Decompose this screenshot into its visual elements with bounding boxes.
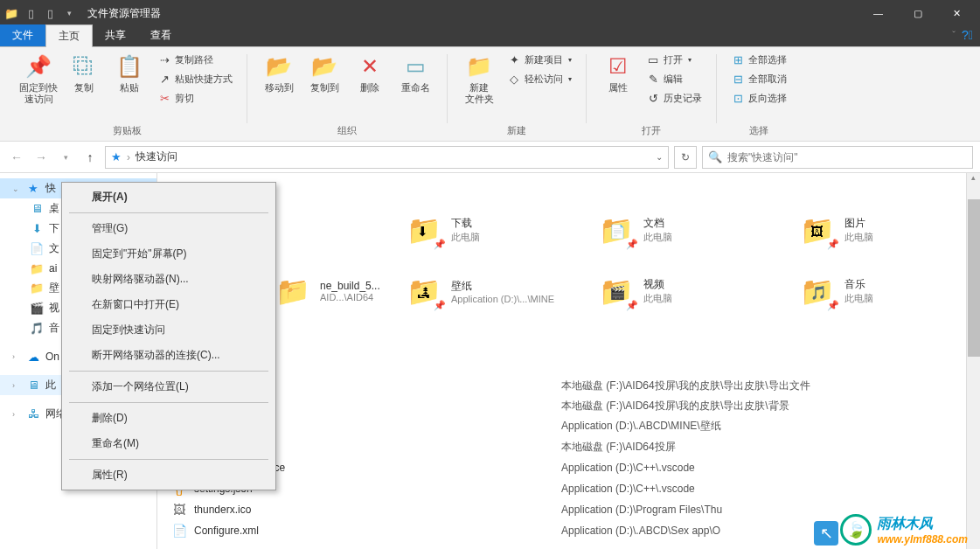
- ctx-expand[interactable]: 展开(A): [64, 184, 274, 210]
- file-row[interactable]: 📄2020-05-14.rslcd本地磁盘 (F:)\AID64投屏: [171, 436, 954, 457]
- folder-name: ne_build_5...: [320, 280, 380, 292]
- ctx-pin-qa[interactable]: 固定到快速访问: [64, 317, 274, 343]
- folder-item[interactable]: 📁🖼📌图片此电脑: [796, 208, 979, 252]
- folder-item[interactable]: 📁⬇📌下载此电脑: [402, 208, 586, 252]
- help-icon[interactable]: ?⃝: [962, 28, 973, 42]
- tab-file[interactable]: 文件: [0, 24, 45, 46]
- ctx-properties[interactable]: 属性(R): [64, 462, 274, 488]
- copy-button[interactable]: ⿻ 复制: [63, 51, 105, 95]
- moveto-button[interactable]: 📂移动到: [258, 51, 300, 95]
- new-item-button[interactable]: ✦新建项目▾: [504, 51, 575, 68]
- scrollbar[interactable]: ▴: [966, 173, 980, 549]
- ctx-new-window[interactable]: 在新窗口中打开(E): [64, 292, 274, 317]
- ctx-add-network[interactable]: 添加一个网络位置(L): [64, 374, 274, 400]
- properties-button[interactable]: ☑属性: [597, 51, 639, 95]
- group-new-label: 新建: [458, 124, 575, 141]
- select-all-button[interactable]: ⊞全部选择: [727, 51, 790, 68]
- recent-dropdown[interactable]: ▾: [56, 148, 75, 167]
- qat-icon-2[interactable]: ▯: [42, 5, 58, 21]
- file-row[interactable]: 本地磁盘 (F:)\AID64投屏\我的皮肤\导出皮肤\背景: [171, 396, 954, 416]
- file-row[interactable]: Application (D:)\.ABCD\MINE\壁纸: [171, 416, 954, 436]
- pin-icon: 📌: [24, 52, 52, 80]
- address-bar[interactable]: ★ › 快速访问 ⌄: [105, 146, 669, 169]
- back-button[interactable]: ←: [7, 148, 26, 167]
- paste-button[interactable]: 📋 粘贴: [108, 51, 150, 95]
- folder-icon: 📁⬇📌: [406, 212, 442, 248]
- folder-item[interactable]: 📁🎵📌音乐此电脑: [796, 269, 979, 313]
- minimize-button[interactable]: —: [858, 0, 898, 26]
- paste-icon: 📋: [115, 52, 143, 80]
- select-none-button[interactable]: ⊟全部取消: [727, 70, 790, 87]
- refresh-button[interactable]: ↻: [674, 146, 697, 169]
- easy-access-button[interactable]: ◇轻松访问▾: [504, 70, 575, 87]
- forward-button[interactable]: →: [31, 148, 51, 167]
- folder-location: 此电脑: [451, 231, 480, 244]
- open-button[interactable]: ▭打开▾: [643, 51, 705, 68]
- close-button[interactable]: ✕: [937, 0, 977, 26]
- window-title: 文件资源管理器: [87, 6, 161, 21]
- folder-location: Application (D:)\...\MINE: [451, 294, 554, 304]
- ctx-manage[interactable]: 管理(G): [64, 216, 274, 241]
- copyto-icon: 📂: [310, 52, 338, 80]
- copyto-button[interactable]: 📂复制到: [303, 51, 345, 95]
- rename-icon: ▭: [401, 52, 429, 80]
- folder-name: 文档: [643, 216, 672, 231]
- folder-icon: 📁🏞📌: [406, 273, 442, 309]
- invert-select-button[interactable]: ⊡反向选择: [727, 89, 790, 107]
- qat-dropdown[interactable]: ▾: [61, 5, 77, 21]
- ctx-pin-start[interactable]: 固定到"开始"屏幕(P): [64, 241, 274, 267]
- paste-shortcut-button[interactable]: ↗粘贴快捷方式: [154, 70, 236, 87]
- folder-item[interactable]: 📁🎬📌视频此电脑: [594, 269, 778, 313]
- folder-location: 此电脑: [643, 231, 672, 244]
- file-row[interactable]: {}settings.jsonApplication (D:)\C++\.vsc…: [171, 478, 954, 499]
- folder-item[interactable]: 📁🏞📌壁纸Application (D:)\...\MINE: [402, 269, 586, 313]
- ctx-disconnect[interactable]: 断开网络驱动器的连接(C)...: [64, 343, 274, 368]
- file-row[interactable]: 🖼thunderx.icoApplication (D:)\Program Fi…: [171, 499, 954, 520]
- group-clipboard-label: 剪贴板: [17, 124, 236, 141]
- history-button[interactable]: ↺历史记录: [643, 89, 705, 107]
- new-folder-button[interactable]: 📁新建 文件夹: [458, 51, 500, 107]
- select-none-icon: ⊟: [731, 72, 745, 86]
- open-icon: ▭: [646, 52, 660, 66]
- file-path: 本地磁盘 (F:)\AID64投屏\我的皮肤\导出皮肤\背景: [561, 399, 789, 413]
- folder-location: 此电脑: [643, 292, 672, 305]
- up-button[interactable]: ↑: [80, 148, 100, 167]
- search-box[interactable]: 🔍: [702, 146, 973, 169]
- cut-button[interactable]: ✂剪切: [154, 89, 236, 107]
- folder-item[interactable]: 📁📄📌文档此电脑: [594, 208, 778, 252]
- tab-share[interactable]: 共享: [93, 24, 138, 46]
- folder-icon: 📁📄📌: [598, 212, 635, 248]
- tab-view[interactable]: 查看: [138, 24, 184, 46]
- folder-icon: 📁📁: [275, 273, 311, 309]
- tab-home[interactable]: 主页: [45, 24, 93, 47]
- qat-icon-1[interactable]: ▯: [23, 5, 38, 21]
- group-open-label: 打开: [597, 124, 705, 141]
- watermark-text-2: www.ylmf888.com: [877, 533, 968, 546]
- pin-quick-access-button[interactable]: 📌 固定到快 速访问: [17, 51, 59, 107]
- new-item-icon: ✦: [507, 52, 521, 66]
- file-path: Application (D:)\.ABCD\Sex app\O: [561, 525, 720, 537]
- quick-access-icon: ★: [111, 150, 122, 163]
- ctx-map-network[interactable]: 映射网络驱动器(N)...: [64, 267, 274, 292]
- address-dropdown-icon[interactable]: ⌄: [656, 152, 663, 162]
- content-pane: 📁⬇📌下载此电脑📁📄📌文档此电脑📁🖼📌图片此电脑📁📁ne_build_5...A…: [157, 173, 980, 549]
- maximize-button[interactable]: ▢: [898, 0, 937, 26]
- folder-icon: 📁🎬📌: [598, 273, 635, 309]
- file-row[interactable]: 本地磁盘 (F:)\AID64投屏\我的皮肤\导出皮肤\导出文件: [171, 376, 954, 396]
- watermark: ↖ 🍃 雨林木风 www.ylmf888.com: [840, 514, 968, 546]
- easy-access-icon: ◇: [507, 72, 521, 86]
- file-name: thunderx.ico: [194, 504, 561, 516]
- copy-path-button[interactable]: ⇢复制路径: [154, 51, 236, 68]
- folder-name: 图片: [844, 216, 873, 231]
- rename-button[interactable]: ▭重命名: [394, 51, 436, 95]
- ctx-rename[interactable]: 重命名(M): [64, 431, 274, 456]
- collapse-ribbon-icon[interactable]: ˇ: [952, 30, 956, 40]
- copy-icon: ⿻: [70, 52, 98, 80]
- properties-icon: ☑: [604, 52, 632, 80]
- file-row[interactable]: 📄12.code-workspaceApplication (D:)\C++\.…: [171, 457, 954, 478]
- edit-button[interactable]: ✎编辑: [643, 70, 705, 87]
- delete-button[interactable]: ✕删除: [349, 51, 391, 95]
- search-input[interactable]: [727, 151, 967, 163]
- delete-icon: ✕: [356, 52, 384, 80]
- ctx-delete[interactable]: 删除(D): [64, 406, 274, 431]
